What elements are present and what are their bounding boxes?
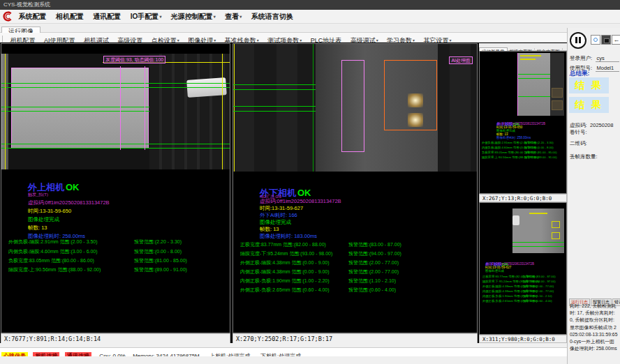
model-value[interactable]: Model1 (596, 65, 619, 72)
overlay-green-hline (1, 144, 230, 144)
mini-info-line: 图像处理耗时: 258.00ms (496, 136, 531, 139)
mini-white-blob (512, 215, 519, 225)
mini-camera2-image (512, 208, 564, 253)
mini-camera1-panel[interactable]: 外上相机OK 虚拟码:0ff1im2025020813313472B 时间:13… (479, 51, 567, 194)
ai-image-label: AI处理图 (449, 56, 473, 64)
electrode-region (11, 68, 149, 149)
menu-system-config[interactable]: 系统配置 (18, 10, 46, 23)
frame-count: 帧数: 13 (260, 226, 279, 233)
pin-label: 卷针号: (570, 129, 587, 136)
mini-yellow-box (552, 232, 560, 239)
mini-yellow-text-mark (520, 55, 541, 56)
overlay-yellow-vline (234, 44, 235, 172)
overlay-yellow-vline (5, 54, 6, 169)
overlay-green-hline (233, 89, 316, 90)
warn-range: 预警范围:(0.00 - 8.00) (134, 248, 182, 255)
mini-warn-range: 预警范围:(81.00 - 85.00) (524, 151, 557, 154)
measurement: 负极宽度:83.05mm 范围:(80.00 - 86.00) (8, 257, 94, 264)
measurement: 外侧正极-隔膜:4.38mm 范围:(0.00 - 9.00) (240, 259, 330, 266)
camera1-image[interactable]: 灰度阈值:93, 动态阈值:100 (1, 54, 230, 169)
warn-range: 预警范围:(2.00 - 77.00) (348, 268, 399, 275)
window-titlebar: CYS-视觉检测系统 (0, 0, 620, 10)
threshold-label: 灰度阈值:93, 动态阈值:100 (103, 56, 165, 63)
overlay-green-hline (1, 87, 230, 88)
warn-range: 预警范围:(1.10 - 2.10) (348, 278, 396, 285)
process-done: 图像处理完成 (260, 219, 291, 226)
overlay-green-hline (233, 84, 316, 85)
mini-camera1-image (517, 53, 564, 116)
highlight-blob (408, 93, 423, 107)
bottom-strip (0, 356, 567, 364)
capture-time: 时间:13-31-59-627 (260, 205, 303, 212)
lost-frames-label: 丢帧库数量: (570, 153, 598, 160)
mini-camera2-panel[interactable]: 外下相机OK 虚拟码:0ff1im2025020813313472B 时间:13… (479, 202, 567, 335)
camera1-pixel-caption: X:7677;Y:891;R:14;G:14;B:14 (1, 333, 230, 344)
window-title: CYS-视觉检测系统 (3, 1, 50, 8)
measurement: 外侧负极-隔膜:2.91mm 范围:(2.00 - 3.50) (8, 238, 98, 245)
capture-time: 时间:13-31-59-650 (28, 208, 71, 215)
overlay-green-hline (512, 246, 564, 247)
mini-camera2-pixel-caption: X:311;Y:980;R:0;G:0;B:0 (479, 335, 567, 343)
mini-warn-range: 预警范围:(94.00 - 97.00) (523, 280, 556, 283)
mini-warn-range: 预警范围:(83.00 - 87.00) (523, 275, 556, 278)
exit-button[interactable]: ← (612, 35, 620, 45)
status-bar: 心跳信号 相机连接 通讯连接 Cpu: 0.0% Memory: 3424.41… (0, 347, 567, 356)
vcode-row: 虚拟码: 20250208 (570, 117, 613, 130)
overlay-green-hline (1, 107, 149, 107)
menu-comm-config[interactable]: 通讯配置 (93, 10, 121, 23)
overlay-green-hline (1, 111, 149, 112)
warn-range: 预警范围:(2.00 - 77.00) (348, 259, 399, 266)
warn-range: 预警范围:(94.00 - 97.00) (348, 250, 401, 257)
qr-label: 二维码: (570, 140, 587, 147)
warn-range: 预警范围:(89.00 - 91.00) (134, 266, 187, 273)
warn-range: 预警范围:(0.60 - 4.00) (348, 287, 396, 294)
warn-range: 预警范围:(2.20 - 3.30) (134, 238, 182, 245)
machine-background (149, 54, 230, 169)
overlay-green-hline (1, 83, 230, 84)
toolbar: 相机配置 AI使用配置 相机调试 高级设置 点检设置▾ 图像处理▾ 基准线参数▾… (0, 33, 567, 43)
camera1-view-panel[interactable]: 灰度阈值:93, 动态阈值:100 外上相机OK 触发_拍(T) 虚拟码:0ff… (1, 43, 230, 333)
menu-light-config[interactable]: 光源控制配置▾ (171, 10, 216, 24)
vcode-value: 20250208 (590, 122, 613, 128)
mini-camera1-pixel-caption: X:267;Y:13;R:0;G:0;B:0 (479, 194, 567, 202)
menu-camera-config[interactable]: 相机配置 (56, 10, 84, 23)
camera1-subinfo: 触发_拍(T) (28, 192, 48, 198)
camera2-image[interactable]: AI处理图 (233, 44, 477, 172)
status-ok: OK (66, 182, 80, 192)
overlay-green-vline (313, 44, 313, 172)
back-arrow-icon: ← (614, 36, 620, 43)
app-window: CYS-视觉检测系统 系统配置 相机配置 通讯配置 IO手配置▾ 光源控制配置▾… (0, 0, 620, 364)
mini-warn-range: 预警范围:(89.00 - 91.00) (524, 156, 557, 159)
warn-range: 预警范围:(81.00 - 85.00) (134, 257, 187, 264)
virtual-code: 虚拟码:0ff1im2025020813313472B (260, 198, 341, 205)
mini-info-line: 图像处理完成 (485, 269, 504, 273)
mini-warn-range: 预警范围:(1.10 - 2.10) (523, 294, 552, 298)
tab-strip: 运行图像 (0, 24, 620, 33)
measurement: 外侧正极-负极:2.65mm 范围:(0.60 - 4.00) (240, 287, 330, 294)
measurement: 内侧正极-隔膜:4.38mm 范围:(0.00 - 9.00) (240, 268, 330, 275)
pause-icon (579, 37, 581, 43)
pause-button[interactable] (570, 32, 586, 49)
log-text[interactable]: 耗时: 222, 丢帧检测耗时: 17, 丢帧分离耗时: 0, 丢帧提取分区耗时… (570, 303, 619, 352)
overlay-green-hline (1, 148, 230, 149)
overlay-green-hline (233, 106, 316, 107)
status-ok: OK (297, 188, 311, 198)
camera2-pixel-caption: X:270;Y:2502;R:17;G:17;B:17 (232, 333, 478, 344)
lens-button[interactable] (591, 35, 600, 45)
elapsed-time: 图像处理耗时: 183.00ms (260, 233, 317, 240)
overlay-pink-vline (145, 66, 145, 150)
overlay-pink-vline (120, 66, 121, 150)
camera2-view-panel[interactable]: AI处理图 外下相机OK NG汇总:0/0 虚拟码:0ff1im20250208… (232, 43, 478, 333)
camera-button[interactable] (601, 35, 611, 45)
measurement: 正极宽度:83.77mm 范围:(82.00 - 88.00) (240, 241, 326, 248)
menu-io-config[interactable]: IO手配置▾ (131, 10, 162, 24)
measurement: 隔膜宽度-下:95.24mm 范围:(93.00 - 98.00) (240, 250, 332, 257)
mini-yellow-text-mark (520, 59, 536, 60)
menu-language-switch[interactable]: 系统语言切换 (251, 10, 293, 23)
camera-icon (604, 38, 610, 43)
mini-tab-strip: 缩放图显示相机内存图组合内存图 (479, 43, 567, 51)
process-done: 图像处理完成 (28, 216, 59, 223)
highlight-blob (408, 113, 423, 127)
chevron-down-icon: ▾ (214, 15, 216, 19)
menu-view[interactable]: 查看▾ (225, 10, 242, 24)
